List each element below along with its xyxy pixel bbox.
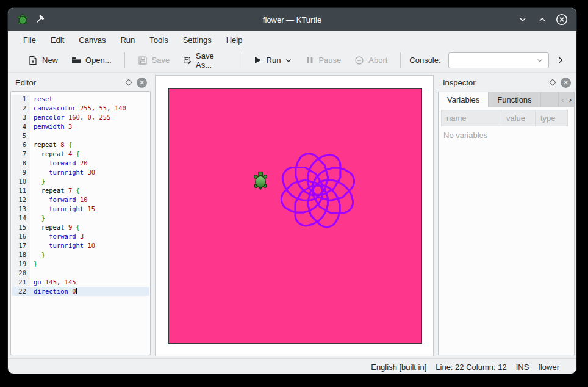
line-number: 19 — [12, 259, 30, 269]
menu-edit[interactable]: Edit — [44, 34, 71, 46]
float-diamond-icon — [125, 79, 132, 85]
line-number: 18 — [12, 250, 30, 259]
editor-dock-header[interactable]: Editor ✕ — [9, 75, 152, 90]
toolbar-overflow-button[interactable] — [551, 54, 569, 67]
turtle-canvas[interactable] — [168, 88, 422, 344]
main-area: Editor ✕ 1reset2canvascolor 255, 55, 140… — [8, 73, 576, 358]
variables-panel: namevaluetype No variables — [438, 107, 575, 355]
editor-line-1[interactable]: 1reset — [12, 95, 149, 104]
editor-line-6[interactable]: 6repeat 8 { — [12, 140, 149, 150]
line-code: turnright 15 — [30, 204, 149, 214]
line-code: } — [30, 177, 149, 186]
menu-run[interactable]: Run — [113, 34, 142, 46]
editor-line-5[interactable]: 5 — [12, 131, 149, 140]
status-filename: flower — [538, 363, 559, 372]
editor-float-button[interactable] — [126, 80, 131, 85]
close-button[interactable] — [556, 13, 568, 26]
maximize-button[interactable] — [536, 13, 548, 26]
editor-line-22[interactable]: 22direction 0 — [12, 287, 149, 296]
chevron-up-icon — [538, 15, 547, 24]
chevron-right-icon — [556, 56, 564, 64]
column-header-name[interactable]: name — [442, 110, 501, 126]
line-number: 6 — [12, 140, 30, 150]
editor-line-13[interactable]: 13 turnright 15 — [12, 204, 149, 214]
editor-line-8[interactable]: 8 forward 20 — [12, 159, 149, 168]
inspector-close-button[interactable]: ✕ — [561, 78, 571, 88]
inspector-dock-title: Inspector — [443, 78, 475, 87]
editor-line-2[interactable]: 2canvascolor 255, 55, 140 — [12, 104, 149, 113]
line-code: direction 0 — [30, 287, 149, 296]
editor-line-21[interactable]: 21go 145, 145 — [12, 278, 149, 287]
editor-line-17[interactable]: 17 turnright 10 — [12, 241, 149, 250]
console-combobox[interactable] — [448, 52, 549, 68]
new-button-label: New — [42, 56, 58, 65]
save-button-label: Save — [152, 56, 170, 65]
line-number: 13 — [12, 204, 30, 214]
column-header-type[interactable]: type — [536, 110, 567, 126]
titlebar[interactable]: flower — KTurtle — [8, 8, 576, 31]
editor-line-11[interactable]: 11 repeat 7 { — [12, 186, 149, 195]
editor-line-19[interactable]: 19} — [12, 259, 149, 269]
open-button[interactable]: Open... — [66, 52, 117, 68]
line-code: repeat 4 { — [30, 150, 149, 159]
save-as-button[interactable]: Save As... — [177, 48, 232, 73]
save-button[interactable]: Save — [132, 52, 176, 68]
editor-line-10[interactable]: 10 } — [12, 177, 149, 186]
float-diamond-icon — [549, 79, 556, 85]
editor-line-4[interactable]: 4penwidth 3 — [12, 122, 149, 131]
inspector-float-button[interactable] — [550, 80, 555, 85]
inspector-dock-header[interactable]: Inspector ✕ — [437, 75, 576, 90]
new-button[interactable]: New — [23, 52, 63, 68]
editor-line-14[interactable]: 14 } — [12, 214, 149, 223]
statusbar: English [built in] Line: 22 Column: 12 I… — [8, 358, 576, 374]
editor-line-7[interactable]: 7 repeat 4 { — [12, 150, 149, 159]
open-folder-icon — [71, 56, 81, 65]
tab-scroll-right-icon[interactable]: › — [569, 96, 572, 104]
column-header-value[interactable]: value — [501, 110, 536, 126]
menu-canvas[interactable]: Canvas — [72, 34, 112, 46]
editor-line-16[interactable]: 16 forward 3 — [12, 232, 149, 241]
editor-line-15[interactable]: 15 repeat 9 { — [12, 223, 149, 232]
line-code: } — [30, 259, 149, 269]
tab-functions[interactable]: Functions — [488, 92, 540, 107]
tab-variables[interactable]: Variables — [438, 92, 489, 107]
line-code: reset — [30, 95, 149, 104]
editor-line-3[interactable]: 3pencolor 160, 0, 255 — [12, 113, 149, 122]
menu-help[interactable]: Help — [220, 34, 249, 46]
menu-settings[interactable]: Settings — [176, 34, 218, 46]
line-code: go 145, 145 — [30, 278, 149, 287]
editor-line-20[interactable]: 20 — [12, 269, 149, 278]
editor-line-9[interactable]: 9 turnright 30 — [12, 168, 149, 177]
open-button-label: Open... — [85, 56, 112, 65]
line-code: pencolor 160, 0, 255 — [30, 113, 149, 122]
line-number: 3 — [12, 113, 30, 122]
pause-button[interactable]: Pause — [300, 52, 346, 68]
menu-tools[interactable]: Tools — [143, 34, 174, 46]
line-code: repeat 8 { — [30, 140, 149, 150]
line-code: turnright 10 — [30, 241, 149, 250]
pin-icon[interactable] — [35, 15, 45, 24]
inspector-dock: Inspector ✕ VariablesFunctions‹› nameval… — [437, 75, 576, 356]
run-dropdown-chevron-icon[interactable] — [285, 57, 292, 64]
toolbar: New Open... Save — [8, 48, 576, 73]
editor-line-12[interactable]: 12 forward 10 — [12, 195, 149, 204]
variables-table-header: namevaluetype — [441, 110, 568, 126]
editor-line-18[interactable]: 18 } — [12, 250, 149, 259]
new-document-icon — [28, 56, 38, 65]
run-button[interactable]: Run — [248, 52, 298, 68]
tab-scroll-left-icon[interactable]: ‹ — [561, 96, 564, 104]
editor-lines[interactable]: 1reset2canvascolor 255, 55, 1403pencolor… — [12, 92, 149, 354]
tab-scroll-buttons: ‹› — [558, 92, 575, 107]
menubar: FileEditCanvasRunToolsSettingsHelp — [8, 31, 576, 48]
code-editor[interactable]: 1reset2canvascolor 255, 55, 1403pencolor… — [10, 91, 151, 355]
no-variables-text: No variables — [439, 126, 574, 140]
save-as-button-label: Save As... — [196, 51, 227, 70]
line-number: 16 — [12, 232, 30, 241]
menu-file[interactable]: File — [16, 34, 43, 46]
line-code: forward 10 — [30, 195, 149, 204]
canvas-view[interactable] — [155, 75, 434, 356]
abort-button[interactable]: Abort — [349, 52, 393, 68]
editor-close-button[interactable]: ✕ — [137, 78, 147, 88]
minimize-button[interactable] — [517, 13, 529, 26]
flower-pen-path — [281, 154, 354, 227]
